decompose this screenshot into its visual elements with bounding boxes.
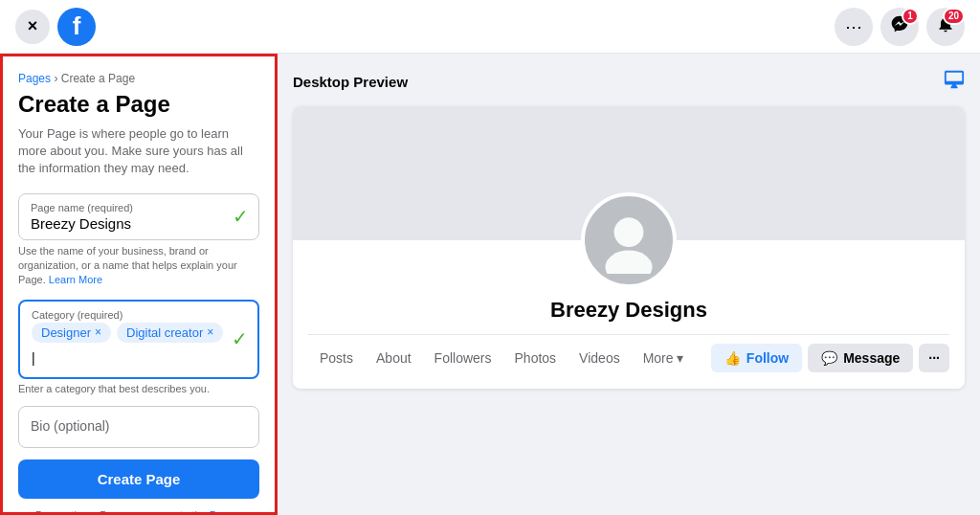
page-name-value: Breezy Designs (31, 215, 247, 232)
svg-point-1 (606, 251, 653, 275)
tab-followers[interactable]: Followers (423, 343, 503, 373)
profile-picture (581, 192, 677, 288)
category-group: Category (required) Designer × Digital c… (18, 300, 259, 394)
left-panel: Pages › Create a Page Create a Page Your… (0, 54, 278, 515)
chevron-down-icon: ▾ (677, 350, 683, 366)
page-actions: 👍 Follow 💬 Message ··· (711, 344, 949, 372)
page-name-field[interactable]: Page name (required) Breezy Designs ✓ (18, 193, 259, 240)
topbar: × f ⋯ 1 20 (0, 0, 980, 54)
tab-photos[interactable]: Photos (503, 343, 568, 373)
tag-designer: Designer × (32, 323, 111, 343)
preview-header: Desktop Preview (293, 69, 965, 95)
more-actions-button[interactable]: ··· (919, 344, 949, 372)
page-name-label: Page name (required) (31, 202, 247, 213)
svg-point-0 (614, 217, 644, 247)
tab-videos[interactable]: Videos (568, 343, 632, 373)
notifications-button[interactable]: 20 (926, 8, 965, 46)
preview-page-name: Breezy Designs (308, 298, 949, 323)
learn-more-link[interactable]: Learn More (49, 274, 102, 285)
follow-button[interactable]: 👍 Follow (711, 344, 802, 372)
page-preview-card: Breezy Designs Posts About Followers Pho… (293, 106, 965, 389)
tag-digital-creator: Digital creator × (117, 323, 223, 343)
facebook-logo: f (57, 8, 96, 46)
breadcrumb-pages-link[interactable]: Pages (18, 72, 51, 85)
category-label: Category (required) (32, 309, 246, 321)
tag-designer-remove[interactable]: × (95, 325, 101, 339)
bio-field[interactable]: Bio (optional) (18, 406, 259, 448)
desktop-preview-icon (944, 69, 965, 95)
right-panel: Desktop Preview Breezy Designs (278, 54, 980, 515)
profile-pic-wrapper (308, 192, 949, 288)
page-navigation: Posts About Followers Photos Videos More… (308, 334, 949, 373)
bell-badge: 20 (943, 8, 965, 25)
grid-menu-button[interactable]: ⋯ (835, 8, 873, 46)
category-input[interactable] (32, 350, 89, 366)
tag-digital-creator-label: Digital creator (126, 325, 203, 340)
page-name-hint: Use the name of your business, brand or … (18, 244, 259, 288)
close-icon: × (28, 16, 38, 36)
main-content: Pages › Create a Page Create a Page Your… (0, 54, 980, 515)
message-icon: 💬 (821, 350, 837, 366)
follow-icon: 👍 (724, 350, 741, 366)
grid-icon: ⋯ (845, 16, 862, 37)
panel-description: Your Page is where people go to learn mo… (18, 125, 259, 178)
tag-digital-creator-remove[interactable]: × (207, 325, 213, 339)
more-label: More (643, 350, 674, 366)
category-field[interactable]: Category (required) Designer × Digital c… (18, 300, 259, 379)
messenger-button[interactable]: 1 (880, 8, 919, 46)
tab-posts[interactable]: Posts (308, 343, 365, 373)
category-check-icon: ✓ (232, 327, 248, 350)
default-avatar-icon (595, 207, 662, 274)
category-tags: Designer × Digital creator × (32, 323, 246, 366)
tag-designer-label: Designer (41, 325, 91, 340)
terms-text: By creating a Page, you agree to the Pag… (18, 508, 259, 515)
message-button[interactable]: 💬 Message (808, 344, 913, 372)
topbar-left: × f (15, 8, 96, 46)
panel-title: Create a Page (18, 91, 259, 118)
page-name-check-icon: ✓ (233, 205, 249, 228)
topbar-right: ⋯ 1 20 (835, 8, 965, 46)
preview-title: Desktop Preview (293, 74, 408, 90)
create-page-button[interactable]: Create Page (18, 459, 259, 499)
tab-about[interactable]: About (365, 343, 423, 373)
tab-more[interactable]: More ▾ (632, 343, 695, 373)
messenger-badge: 1 (902, 8, 919, 25)
breadcrumb: Pages › Create a Page (18, 72, 259, 85)
category-hint: Enter a category that best describes you… (18, 383, 259, 394)
page-name-group: Page name (required) Breezy Designs ✓ Us… (18, 193, 259, 288)
close-button[interactable]: × (15, 10, 50, 44)
page-info-section: Breezy Designs Posts About Followers Pho… (293, 192, 965, 389)
